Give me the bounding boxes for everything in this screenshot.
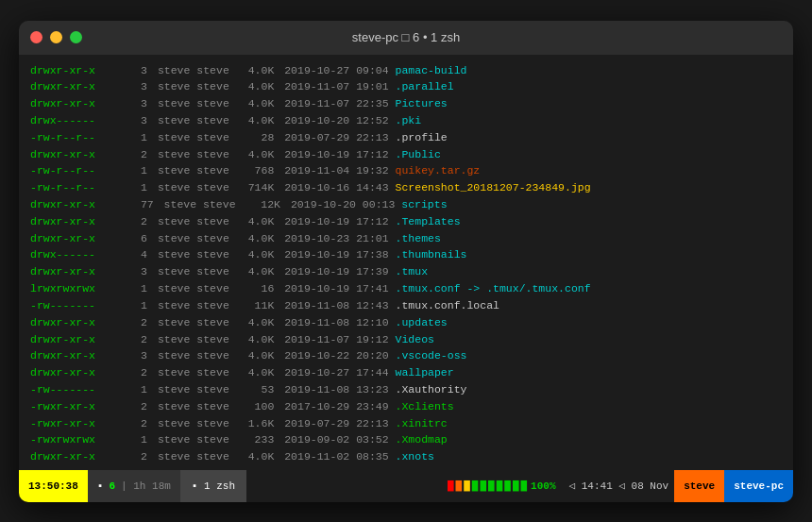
file-name: .xinitrc <box>396 415 448 432</box>
status-right: █ █ █ █ █ █ █ █ █ █ 100% ◁ 14:41 ◁ 08 No… <box>440 470 793 502</box>
file-name: .vscode-oss <box>396 347 467 364</box>
file-perms: -rw------- <box>30 381 134 398</box>
table-row: -rw-r--r-- 1 steve steve 768 2019-11-04 … <box>30 162 782 179</box>
session-duration: | 1h 18m <box>121 480 171 492</box>
file-links: 2 <box>134 448 151 465</box>
maximize-button[interactable] <box>70 31 82 43</box>
table-row: -rw-r--r-- 1 steve steve 28 2019-07-29 2… <box>30 129 782 146</box>
file-links: 2 <box>134 213 151 230</box>
status-time: 13:50:38 <box>19 470 88 502</box>
file-perms: drwxr-xr-x <box>30 196 134 213</box>
file-size: 28 <box>242 129 278 146</box>
file-links: 1 <box>134 179 151 196</box>
file-size: 4.0K <box>242 331 278 348</box>
file-size: 768 <box>242 162 278 179</box>
file-perms: drwxr-xr-x <box>30 146 134 163</box>
table-row: -rwxr-xr-x 2 steve steve 100 2017-10-29 … <box>30 398 782 415</box>
file-user: steve <box>151 78 196 95</box>
file-perms: drwx------ <box>30 246 134 263</box>
file-group: steve <box>196 364 242 381</box>
file-perms: -rw-r--r-- <box>30 179 134 196</box>
file-links: 2 <box>134 415 151 432</box>
file-size: 4.0K <box>242 95 278 112</box>
file-name: .tmux.conf.local <box>396 297 499 314</box>
file-perms: -rw-r--r-- <box>30 162 134 179</box>
file-user: steve <box>151 381 196 398</box>
file-name: .parallel <box>396 78 454 95</box>
status-left: 13:50:38 ▪ 6 | 1h 18m ▪ 1 zsh <box>19 470 246 502</box>
file-links: 3 <box>134 263 151 280</box>
file-group: steve <box>196 95 242 112</box>
table-row: drwxr-xr-x 3 steve steve 4.0K 2019-11-07… <box>30 78 782 95</box>
table-row: drwx------ 4 steve steve 4.0K 2019-10-19… <box>30 246 782 263</box>
file-group: steve <box>196 162 242 179</box>
table-row: -rwxr-xr-x 2 steve steve 1.6K 2019-07-29… <box>30 415 782 432</box>
file-user: steve <box>151 129 196 146</box>
file-date: 2019-11-08 12:43 <box>278 297 395 314</box>
minimize-button[interactable] <box>50 31 62 43</box>
file-group: steve <box>196 179 242 196</box>
file-name: quikey.tar.gz <box>396 162 481 179</box>
table-row: -rw------- 1 steve steve 11K 2019-11-08 … <box>30 297 782 314</box>
terminal-window[interactable]: steve-pc □ 6 • 1 zsh drwxr-xr-x 3 steve … <box>19 21 793 502</box>
file-size: 100 <box>242 398 278 415</box>
file-user: steve <box>151 364 196 381</box>
file-date: 2019-10-19 17:38 <box>278 246 395 263</box>
file-name: Pictures <box>396 95 448 112</box>
file-perms: -rwxr-xr-x <box>30 415 134 432</box>
statusbar: 13:50:38 ▪ 6 | 1h 18m ▪ 1 zsh █ █ █ █ █ … <box>19 470 793 502</box>
file-name: .Templates <box>396 213 461 230</box>
file-date: 2019-11-07 19:01 <box>278 78 395 95</box>
file-name: .Xauthority <box>396 381 467 398</box>
file-perms: drwxr-xr-x <box>30 331 134 348</box>
status-shell: ▪ 1 zsh <box>180 470 246 502</box>
file-date: 2017-10-29 23:49 <box>278 398 395 415</box>
pane-number: 6 <box>109 480 115 492</box>
file-links: 1 <box>134 431 151 448</box>
pane-icon: ▪ <box>97 480 104 492</box>
file-date: 2019-10-19 17:12 <box>278 146 395 163</box>
file-user: steve <box>151 331 196 348</box>
file-links: 2 <box>134 314 151 331</box>
file-user: steve <box>151 398 196 415</box>
file-name: .tmux.conf -> .tmux/.tmux.conf <box>396 280 591 297</box>
file-user: steve <box>151 280 196 297</box>
file-user: steve <box>151 448 196 465</box>
file-user: steve <box>158 196 203 213</box>
file-date: 2019-10-27 09:04 <box>278 62 395 79</box>
file-perms: drwxr-xr-x <box>30 263 134 280</box>
terminal-output[interactable]: drwxr-xr-x 3 steve steve 4.0K 2019-10-27… <box>19 55 793 470</box>
file-user: steve <box>151 314 196 331</box>
file-date: 2019-10-19 17:41 <box>278 280 395 297</box>
progress-bar: █ █ █ █ █ █ █ █ █ █ 100% <box>440 480 564 492</box>
table-row: drwxr-xr-x 77 steve steve 12K 2019-10-20… <box>30 196 782 213</box>
file-group: steve <box>196 78 242 95</box>
file-perms: -rwxrwxrwx <box>30 431 134 448</box>
file-name: .xnots <box>396 448 434 465</box>
file-size: 714K <box>242 179 278 196</box>
file-size: 11K <box>242 297 278 314</box>
table-row: drwxr-xr-x 2 steve steve 4.0K 2019-10-27… <box>30 364 782 381</box>
table-row: drwx------ 3 steve steve 4.0K 2019-10-20… <box>30 112 782 129</box>
file-group: steve <box>196 381 242 398</box>
file-size: 4.0K <box>242 448 278 465</box>
file-size: 53 <box>242 381 278 398</box>
file-name: .profile <box>396 129 448 146</box>
file-size: 4.0K <box>242 146 278 163</box>
file-size: 4.0K <box>242 62 278 79</box>
close-button[interactable] <box>30 31 42 43</box>
status-host: steve-pc <box>724 470 793 502</box>
file-links: 2 <box>134 146 151 163</box>
file-group: steve <box>203 196 248 213</box>
table-row: drwxr-xr-x 2 steve steve 4.0K 2019-11-07… <box>30 331 782 348</box>
file-size: 12K <box>248 196 284 213</box>
file-group: steve <box>196 146 242 163</box>
file-user: steve <box>151 431 196 448</box>
file-name: scripts <box>401 196 447 213</box>
file-group: steve <box>196 347 242 364</box>
table-row: drwxr-xr-x 3 steve steve 4.0K 2019-10-19… <box>30 263 782 280</box>
file-links: 3 <box>134 95 151 112</box>
file-date: 2019-10-22 20:20 <box>278 347 395 364</box>
file-date: 2019-11-08 13:23 <box>278 381 395 398</box>
status-clock: ◁ 14:41 ◁ 08 Nov <box>564 480 675 492</box>
